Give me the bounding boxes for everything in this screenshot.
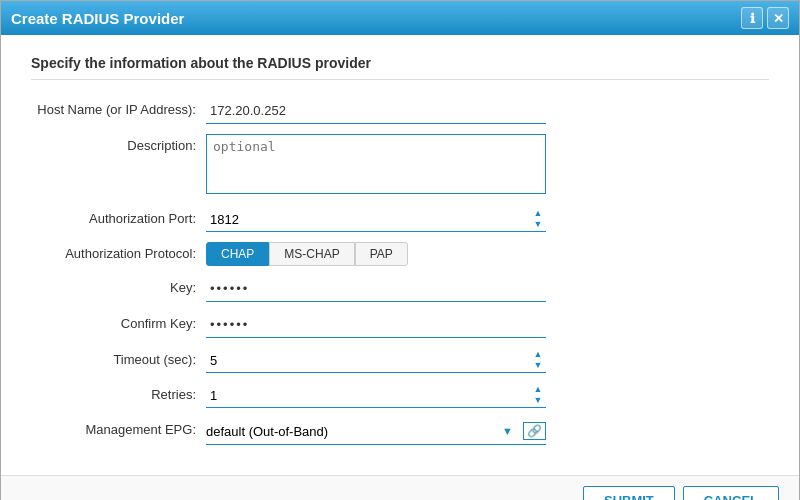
- timeout-control: ▲ ▼: [206, 348, 546, 373]
- host-input[interactable]: [206, 98, 546, 124]
- host-label: Host Name (or IP Address):: [31, 98, 206, 117]
- host-control: [206, 98, 546, 124]
- key-row: Key:: [31, 276, 769, 302]
- auth-port-label: Authorization Port:: [31, 207, 206, 226]
- timeout-down-arrow[interactable]: ▼: [530, 360, 546, 371]
- protocol-pap-button[interactable]: PAP: [355, 242, 408, 266]
- create-radius-dialog: Create RADIUS Provider ℹ ✕ Specify the i…: [0, 0, 800, 500]
- dialog-title: Create RADIUS Provider: [11, 10, 184, 27]
- section-title: Specify the information about the RADIUS…: [31, 55, 769, 80]
- description-control: [206, 134, 546, 197]
- auth-port-control: ▲ ▼: [206, 207, 546, 232]
- cancel-button[interactable]: CANCEL: [683, 486, 779, 500]
- form-area: Host Name (or IP Address): Description: …: [31, 98, 769, 455]
- auth-port-down-arrow[interactable]: ▼: [530, 219, 546, 230]
- mgmt-epg-label: Management EPG:: [31, 418, 206, 437]
- timeout-row: Timeout (sec): ▲ ▼: [31, 348, 769, 373]
- confirm-key-label: Confirm Key:: [31, 312, 206, 331]
- retries-down-arrow[interactable]: ▼: [530, 395, 546, 406]
- description-textarea[interactable]: [206, 134, 546, 194]
- mgmt-epg-row: Management EPG: default (Out-of-Band) ot…: [31, 418, 769, 445]
- title-bar-right: ℹ ✕: [741, 7, 789, 29]
- mgmt-epg-select-row: default (Out-of-Band) other ▼ 🔗: [206, 418, 546, 445]
- external-link-icon[interactable]: 🔗: [523, 422, 546, 440]
- info-button[interactable]: ℹ: [741, 7, 763, 29]
- select-down-arrow-icon[interactable]: ▼: [502, 425, 513, 437]
- auth-port-input[interactable]: [206, 207, 530, 231]
- dialog-content: Specify the information about the RADIUS…: [1, 35, 799, 475]
- confirm-key-row: Confirm Key:: [31, 312, 769, 338]
- retries-label: Retries:: [31, 383, 206, 402]
- auth-protocol-label: Authorization Protocol:: [31, 242, 206, 261]
- confirm-key-input[interactable]: [206, 312, 546, 338]
- timeout-label: Timeout (sec):: [31, 348, 206, 367]
- key-label: Key:: [31, 276, 206, 295]
- protocol-group: CHAP MS-CHAP PAP: [206, 242, 546, 266]
- retries-up-arrow[interactable]: ▲: [530, 384, 546, 395]
- auth-port-row: Authorization Port: ▲ ▼: [31, 207, 769, 232]
- confirm-key-control: [206, 312, 546, 338]
- timeout-spinner: ▲ ▼: [206, 348, 546, 373]
- auth-protocol-control: CHAP MS-CHAP PAP: [206, 242, 546, 266]
- auth-port-arrows: ▲ ▼: [530, 208, 546, 230]
- mgmt-epg-select[interactable]: default (Out-of-Band) other: [206, 418, 496, 444]
- timeout-arrows: ▲ ▼: [530, 349, 546, 371]
- retries-control: ▲ ▼: [206, 383, 546, 408]
- auth-port-spinner: ▲ ▼: [206, 207, 546, 232]
- close-button[interactable]: ✕: [767, 7, 789, 29]
- mgmt-epg-control: default (Out-of-Band) other ▼ 🔗: [206, 418, 546, 445]
- protocol-mschap-button[interactable]: MS-CHAP: [269, 242, 354, 266]
- description-label: Description:: [31, 134, 206, 153]
- retries-input[interactable]: [206, 383, 530, 407]
- submit-button[interactable]: SUBMIT: [583, 486, 675, 500]
- title-bar: Create RADIUS Provider ℹ ✕: [1, 1, 799, 35]
- auth-protocol-row: Authorization Protocol: CHAP MS-CHAP PAP: [31, 242, 769, 266]
- retries-row: Retries: ▲ ▼: [31, 383, 769, 408]
- timeout-input[interactable]: [206, 348, 530, 372]
- title-bar-left: Create RADIUS Provider: [11, 10, 184, 27]
- protocol-chap-button[interactable]: CHAP: [206, 242, 269, 266]
- host-row: Host Name (or IP Address):: [31, 98, 769, 124]
- key-control: [206, 276, 546, 302]
- retries-spinner: ▲ ▼: [206, 383, 546, 408]
- auth-port-up-arrow[interactable]: ▲: [530, 208, 546, 219]
- key-input[interactable]: [206, 276, 546, 302]
- dialog-footer: SUBMIT CANCEL: [1, 475, 799, 500]
- description-row: Description:: [31, 134, 769, 197]
- retries-arrows: ▲ ▼: [530, 384, 546, 406]
- timeout-up-arrow[interactable]: ▲: [530, 349, 546, 360]
